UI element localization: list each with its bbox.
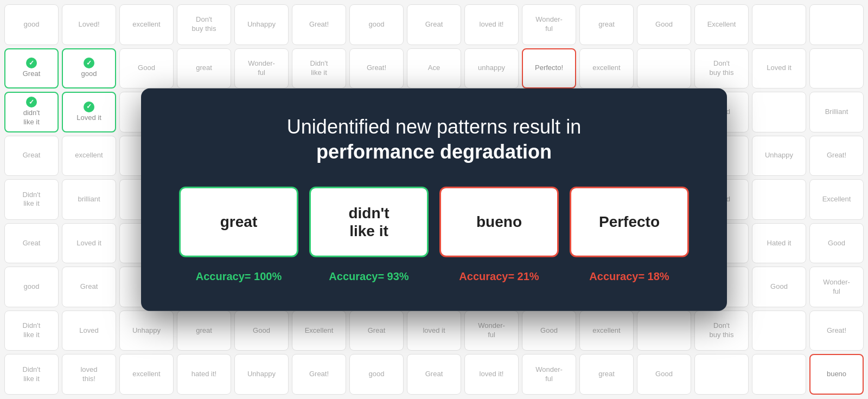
- accuracy-perfecto: Accuracy= 18%: [570, 270, 689, 283]
- chip: [752, 354, 806, 395]
- chip: Loved!: [62, 4, 116, 45]
- pattern-card-perfecto: Perfecto: [570, 187, 689, 257]
- chip: loved it!: [464, 354, 519, 395]
- chip: good: [4, 4, 59, 45]
- chip: loved it!: [464, 4, 519, 45]
- pattern-card-bueno: bueno: [439, 187, 559, 257]
- accuracy-didnt: Accuracy= 93%: [309, 270, 429, 283]
- chip: hated it!: [177, 354, 231, 395]
- chip: Great!: [292, 354, 346, 395]
- chip: Ace: [407, 48, 461, 89]
- pattern-card-great: great: [179, 187, 298, 257]
- accuracy-row: Accuracy= 100% Accuracy= 93% Accuracy= 2…: [171, 270, 697, 283]
- chip: Loved: [62, 311, 116, 351]
- chip: Great: [4, 136, 59, 176]
- chip: Don'tbuy this: [177, 4, 231, 45]
- chip-loved-checked: ✓ Loved it: [62, 92, 116, 132]
- chip: Brilliant: [809, 92, 864, 132]
- chip-didnt-checked: ✓ didn'tlike it: [4, 92, 59, 132]
- chip: Unhappy: [234, 354, 289, 395]
- chip: Excellent: [694, 4, 749, 45]
- chip: Didn'tlike it: [4, 179, 59, 220]
- chip: Good: [234, 311, 289, 351]
- chip: excellent: [119, 354, 174, 395]
- chip: Don'tbuy this: [694, 311, 749, 351]
- chip: unhappy: [464, 48, 519, 89]
- chip: Good: [119, 48, 174, 89]
- chip: [752, 311, 806, 351]
- chip-bueno: bueno: [809, 354, 864, 395]
- chip: excellent: [579, 311, 634, 351]
- chip: [752, 4, 806, 45]
- chip: lovedthis!: [62, 354, 116, 395]
- chip: Good: [809, 223, 864, 264]
- check-icon: ✓: [84, 58, 94, 68]
- chip: excellent: [62, 136, 116, 176]
- chip: brilliant: [62, 179, 116, 220]
- chip: [637, 48, 691, 89]
- chip: [694, 354, 749, 395]
- chip: [637, 311, 691, 351]
- chip: Loved it: [62, 223, 116, 264]
- chip: good: [349, 4, 404, 45]
- chip: Don'tbuy this: [694, 48, 749, 89]
- chip: Didn'tlike it: [292, 48, 346, 89]
- chip: [752, 92, 806, 132]
- chip: Unhappy: [752, 136, 806, 176]
- chip: Wonder-ful: [234, 48, 289, 89]
- chip: great: [579, 4, 634, 45]
- check-icon: ✓: [26, 97, 37, 107]
- chip: Great!: [809, 136, 864, 176]
- check-icon: ✓: [26, 58, 37, 68]
- chip: great: [177, 311, 231, 351]
- chip: Great!: [349, 48, 404, 89]
- chip: Good: [637, 4, 691, 45]
- pattern-card-didnt: didn'tlike it: [309, 187, 429, 257]
- chip: [752, 179, 806, 220]
- chip: Wonder-ful: [522, 354, 576, 395]
- chip: Unhappy: [234, 4, 289, 45]
- chip: excellent: [579, 48, 634, 89]
- chip: Wonder-ful: [464, 311, 519, 351]
- chip: Great: [62, 267, 116, 307]
- chip: Great: [349, 311, 404, 351]
- chip: loved it: [407, 311, 461, 351]
- chip: Good: [522, 311, 576, 351]
- chip: Didn'tlike it: [4, 354, 59, 395]
- chip: Good: [637, 354, 691, 395]
- check-icon: ✓: [84, 102, 94, 112]
- chip: Wonder-ful: [809, 267, 864, 307]
- pattern-cards-row: great didn'tlike it bueno Perfecto: [171, 187, 697, 257]
- chip-great-checked: ✓ Great: [4, 48, 59, 89]
- chip: Excellent: [809, 179, 864, 220]
- chip: great: [579, 354, 634, 395]
- chip: [809, 48, 864, 89]
- chip: good: [4, 267, 59, 307]
- chip: Great!: [809, 311, 864, 351]
- chip: Wonder-ful: [522, 4, 576, 45]
- chip: Good: [752, 267, 806, 307]
- modal-title: Unidentified new patterns result in perf…: [171, 114, 697, 165]
- chip: Didn'tlike it: [4, 311, 59, 351]
- chip: Hated it: [752, 223, 806, 264]
- chip: [809, 4, 864, 45]
- chip: excellent: [119, 4, 174, 45]
- chip: Great: [407, 4, 461, 45]
- modal: Unidentified new patterns result in perf…: [141, 88, 727, 311]
- chip-perfecto: Perfecto!: [522, 48, 576, 89]
- chip: Great: [4, 223, 59, 264]
- chip: great: [177, 48, 231, 89]
- chip: Excellent: [292, 311, 346, 351]
- accuracy-great: Accuracy= 100%: [179, 270, 298, 283]
- chip-good-checked: ✓ good: [62, 48, 116, 89]
- chip: Great!: [292, 4, 346, 45]
- chip: good: [349, 354, 404, 395]
- chip: Unhappy: [119, 311, 174, 351]
- accuracy-bueno: Accuracy= 21%: [439, 270, 559, 283]
- chip: Great: [407, 354, 461, 395]
- chip: Loved it: [752, 48, 806, 89]
